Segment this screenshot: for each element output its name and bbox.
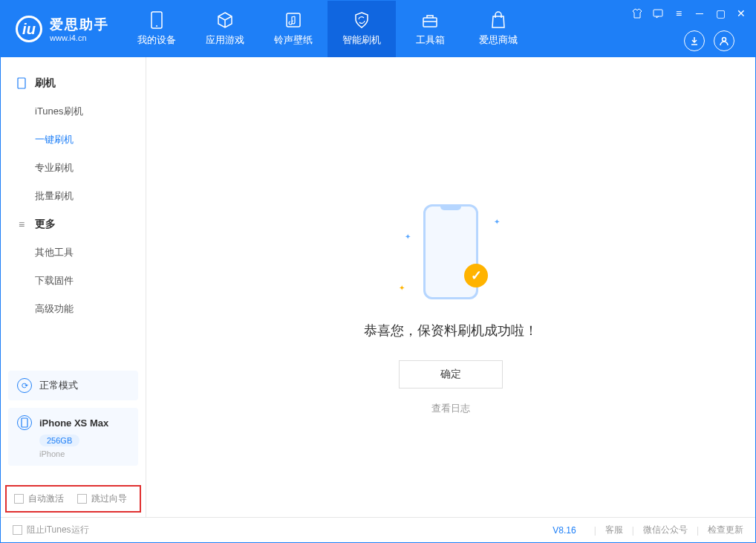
svg-rect-2 — [287, 13, 300, 27]
sidebar: 刷机 iTunes刷机 一键刷机 专业刷机 批量刷机 ≡ 更多 其他工具 下载固… — [1, 57, 146, 517]
success-illustration: ✦ ✦ ✦ ✓ — [391, 204, 510, 308]
phone-icon — [148, 11, 166, 29]
maximize-button[interactable]: ▢ — [714, 7, 727, 20]
ok-button[interactable]: 确定 — [399, 360, 503, 388]
svg-point-5 — [723, 38, 726, 42]
list-icon: ≡ — [16, 218, 27, 230]
sparkle-icon: ✦ — [494, 218, 500, 226]
separator: | — [594, 525, 596, 536]
sparkle-icon: ✦ — [399, 284, 405, 292]
footer: 阻止iTunes运行 V8.16 | 客服 | 微信公众号 | 检查更新 — [1, 517, 755, 542]
checkbox-label: 跳过向导 — [91, 492, 127, 505]
separator: | — [697, 525, 699, 536]
checkbox-box-icon — [13, 525, 22, 535]
app-url: www.i4.cn — [50, 33, 109, 42]
svg-rect-3 — [423, 18, 437, 27]
main-content: ✦ ✦ ✦ ✓ 恭喜您，保资料刷机成功啦！ 确定 查看日志 — [146, 57, 755, 517]
top-nav: 我的设备 应用游戏 铃声壁纸 智能刷机 工具箱 爱思商城 — [123, 1, 532, 57]
group-label: 刷机 — [35, 77, 56, 90]
nav-label: 工具箱 — [416, 33, 445, 47]
sidebar-item-other-tools[interactable]: 其他工具 — [1, 238, 146, 267]
logo-icon: iu — [16, 16, 42, 42]
refresh-shield-icon — [353, 11, 371, 29]
nav-label: 我的设备 — [137, 33, 176, 47]
body: 刷机 iTunes刷机 一键刷机 专业刷机 批量刷机 ≡ 更多 其他工具 下载固… — [1, 57, 755, 517]
options-highlight-box: 自动激活 跳过向导 — [5, 485, 141, 513]
sidebar-item-itunes-flash[interactable]: iTunes刷机 — [1, 97, 146, 126]
sidebar-item-pro-flash[interactable]: 专业刷机 — [1, 154, 146, 182]
footer-link-cs[interactable]: 客服 — [605, 524, 623, 536]
feedback-icon[interactable] — [651, 7, 665, 20]
sidebar-cards: ⟳ 正常模式 iPhone XS Max 256GB iPhone — [1, 363, 146, 481]
view-log-link[interactable]: 查看日志 — [431, 402, 470, 415]
sidebar-group-more: ≡ 更多 — [1, 210, 146, 238]
footer-link-wechat[interactable]: 微信公众号 — [643, 524, 688, 536]
storage-badge: 256GB — [39, 435, 79, 446]
svg-rect-7 — [22, 418, 27, 427]
sidebar-item-advanced[interactable]: 高级功能 — [1, 295, 146, 323]
window-controls: ≡ ─ ▢ ✕ — [630, 1, 755, 57]
minimize-button[interactable]: ─ — [693, 7, 706, 20]
menu-icon[interactable]: ≡ — [672, 7, 685, 20]
checkbox-box-icon — [77, 494, 87, 504]
group-label: 更多 — [35, 218, 56, 231]
success-message: 恭喜您，保资料刷机成功啦！ — [364, 322, 538, 339]
nav-ringtones-wallpapers[interactable]: 铃声壁纸 — [259, 1, 328, 57]
sync-icon: ⟳ — [17, 378, 32, 393]
nav-label: 爱思商城 — [479, 33, 518, 47]
checkbox-label: 自动激活 — [28, 492, 64, 505]
checkbox-block-itunes[interactable]: 阻止iTunes运行 — [13, 524, 89, 536]
cube-icon — [216, 11, 234, 29]
close-button[interactable]: ✕ — [734, 7, 748, 20]
sidebar-group-flash: 刷机 — [1, 69, 146, 97]
sidebar-item-oneclick-flash[interactable]: 一键刷机 — [1, 126, 146, 154]
nav-smart-flash[interactable]: 智能刷机 — [328, 1, 396, 57]
svg-rect-6 — [18, 78, 25, 88]
nav-label: 智能刷机 — [342, 33, 381, 47]
checkbox-auto-activate[interactable]: 自动激活 — [14, 492, 64, 505]
device-icon — [16, 77, 27, 89]
nav-store[interactable]: 爱思商城 — [464, 1, 532, 57]
music-note-icon — [284, 11, 302, 29]
device-card[interactable]: iPhone XS Max 256GB iPhone — [8, 408, 138, 466]
download-button[interactable] — [684, 30, 705, 51]
nav-toolbox[interactable]: 工具箱 — [396, 1, 464, 57]
toolbox-icon — [421, 11, 439, 29]
checkbox-label: 阻止iTunes运行 — [27, 524, 89, 536]
app-window: iu 爱思助手 www.i4.cn 我的设备 应用游戏 铃声壁纸 智能刷机 — [0, 0, 756, 543]
svg-point-1 — [156, 25, 157, 27]
phone-outline-icon — [17, 415, 32, 430]
sidebar-list: 刷机 iTunes刷机 一键刷机 专业刷机 批量刷机 ≡ 更多 其他工具 下载固… — [1, 57, 146, 363]
shopping-bag-icon — [489, 11, 507, 29]
nav-label: 铃声壁纸 — [274, 33, 313, 47]
mode-label: 正常模式 — [39, 379, 78, 392]
device-name: iPhone XS Max — [39, 417, 108, 429]
user-button[interactable] — [714, 30, 734, 51]
checkbox-skip-guide[interactable]: 跳过向导 — [77, 492, 127, 505]
checkbox-box-icon — [14, 494, 24, 504]
logo-block: iu 爱思助手 www.i4.cn — [1, 1, 123, 57]
app-title: 爱思助手 — [50, 16, 109, 33]
sparkle-icon: ✦ — [405, 233, 411, 241]
sidebar-item-download-firmware[interactable]: 下载固件 — [1, 267, 146, 295]
shirt-icon[interactable] — [630, 7, 644, 20]
mode-card[interactable]: ⟳ 正常模式 — [8, 371, 138, 400]
nav-apps-games[interactable]: 应用游戏 — [191, 1, 259, 57]
logo-text: 爱思助手 www.i4.cn — [50, 16, 109, 42]
titlebar: iu 爱思助手 www.i4.cn 我的设备 应用游戏 铃声壁纸 智能刷机 — [1, 1, 755, 57]
checkmark-badge-icon: ✓ — [464, 264, 488, 287]
sidebar-item-batch-flash[interactable]: 批量刷机 — [1, 182, 146, 210]
svg-rect-4 — [654, 10, 662, 16]
device-type: iPhone — [39, 449, 65, 458]
separator: | — [632, 525, 634, 536]
nav-my-device[interactable]: 我的设备 — [123, 1, 191, 57]
nav-label: 应用游戏 — [206, 33, 244, 47]
footer-link-update[interactable]: 检查更新 — [708, 524, 743, 536]
version-label: V8.16 — [553, 525, 576, 536]
phone-notch — [440, 207, 461, 210]
